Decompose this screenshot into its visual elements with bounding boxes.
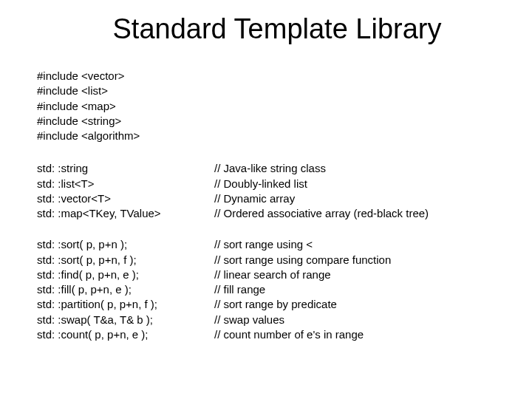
type-name: std: :list<T> <box>37 177 214 191</box>
functions-block: std: :sort( p, p+n ); // sort range usin… <box>37 237 495 342</box>
func-comment: // fill range <box>214 282 495 297</box>
func-signature: std: :count( p, p+n, e ); <box>37 327 214 342</box>
type-row: std: :vector<T> // Dynamic array <box>37 191 495 206</box>
type-comment: // Ordered associative array (red-black … <box>214 206 495 221</box>
func-signature: std: :swap( T&a, T& b ); <box>37 313 214 327</box>
include-line: #include <algorithm> <box>37 129 495 143</box>
func-signature: std: :find( p, p+n, e ); <box>37 267 214 282</box>
include-line: #include <list> <box>37 83 495 98</box>
include-line: #include <vector> <box>37 69 495 83</box>
func-row: std: :partition( p, p+n, f ); // sort ra… <box>37 297 495 312</box>
func-row: std: :sort( p, p+n, f ); // sort range u… <box>37 253 495 267</box>
func-signature: std: :fill( p, p+n, e ); <box>37 282 214 297</box>
func-row: std: :fill( p, p+n, e ); // fill range <box>37 282 495 297</box>
func-signature: std: :sort( p, p+n, f ); <box>37 253 214 267</box>
func-comment: // sort range using compare function <box>214 253 495 267</box>
type-name: std: :vector<T> <box>37 191 214 206</box>
type-comment: // Doubly-linked list <box>214 177 495 191</box>
func-row: std: :count( p, p+n, e ); // count numbe… <box>37 327 495 342</box>
func-comment: // sort range by predicate <box>214 297 495 312</box>
func-comment: // linear search of range <box>214 267 495 282</box>
include-line: #include <string> <box>37 114 495 129</box>
types-block: std: :string // Java-like string class s… <box>37 161 495 221</box>
func-comment: // swap values <box>214 313 495 327</box>
slide: Standard Template Library #include <vect… <box>0 0 532 373</box>
func-row: std: :sort( p, p+n ); // sort range usin… <box>37 237 495 252</box>
type-name: std: :map<TKey, TValue> <box>37 206 214 221</box>
func-comment: // count number of e's in range <box>214 327 495 342</box>
func-row: std: :find( p, p+n, e ); // linear searc… <box>37 267 495 282</box>
func-signature: std: :sort( p, p+n ); <box>37 237 214 252</box>
include-line: #include <map> <box>37 99 495 114</box>
include-block: #include <vector> #include <list> #inclu… <box>37 69 495 143</box>
type-name: std: :string <box>37 161 214 176</box>
type-row: std: :list<T> // Doubly-linked list <box>37 177 495 191</box>
type-comment: // Dynamic array <box>214 191 495 206</box>
func-signature: std: :partition( p, p+n, f ); <box>37 297 214 312</box>
type-comment: // Java-like string class <box>214 161 495 176</box>
func-row: std: :swap( T&a, T& b ); // swap values <box>37 313 495 327</box>
slide-title: Standard Template Library <box>59 13 495 45</box>
type-row: std: :string // Java-like string class <box>37 161 495 176</box>
func-comment: // sort range using < <box>214 237 495 252</box>
type-row: std: :map<TKey, TValue> // Ordered assoc… <box>37 206 495 221</box>
